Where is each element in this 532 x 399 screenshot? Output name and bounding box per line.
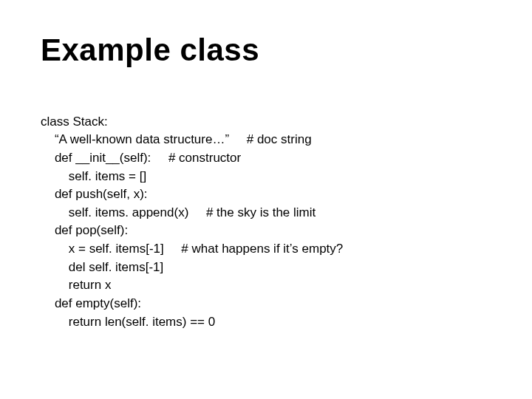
code-line: del self. items[-1] <box>41 260 163 274</box>
code-line: def push(self, x): <box>41 187 148 201</box>
code-line: def pop(self): <box>41 223 128 237</box>
code-line: self. items. append(x) # the sky is the … <box>41 205 316 219</box>
code-line: def empty(self): <box>41 296 141 310</box>
code-block: class Stack: “A well-known data structur… <box>41 95 495 349</box>
code-line: self. items = [] <box>41 169 146 183</box>
code-line: x = self. items[-1] # what happens if it… <box>41 242 343 256</box>
slide-title: Example class <box>41 33 495 68</box>
code-line: return len(self. items) == 0 <box>41 315 215 329</box>
code-line: “A well-known data structure…” # doc str… <box>41 132 312 146</box>
code-line: def __init__(self): # constructor <box>41 151 241 165</box>
slide: Example class class Stack: “A well-known… <box>0 0 532 399</box>
code-line: class Stack: <box>41 115 108 129</box>
code-line: return x <box>41 278 111 292</box>
